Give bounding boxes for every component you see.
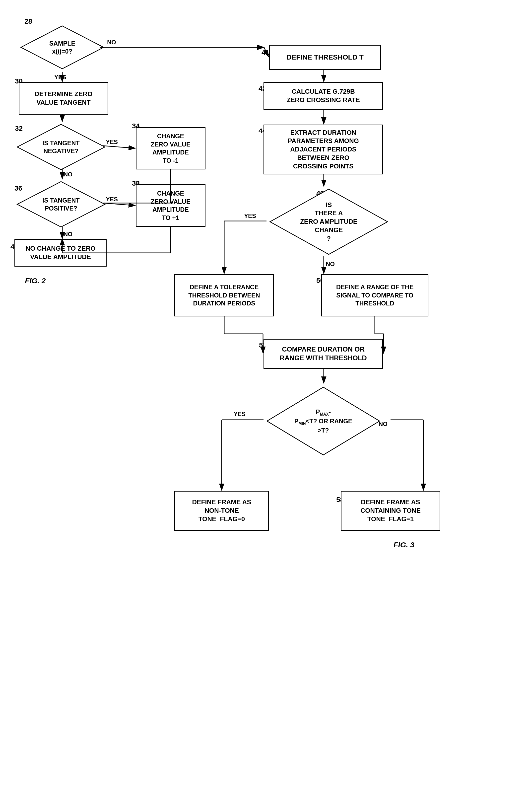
- svg-text:NO: NO: [326, 261, 335, 267]
- box-44: EXTRACT DURATIONPARAMETERS AMONGADJACENT…: [264, 125, 383, 174]
- svg-text:NO: NO: [63, 231, 73, 238]
- svg-text:YES: YES: [234, 411, 246, 417]
- diamond-36: IS TANGENTPOSITIVE?: [14, 180, 108, 229]
- svg-text:YES: YES: [54, 74, 66, 80]
- box-50: DEFINE A RANGE OF THESIGNAL TO COMPARE T…: [321, 274, 429, 316]
- svg-text:NO: NO: [63, 171, 73, 178]
- box-41: DEFINE THRESHOLD T: [269, 45, 381, 70]
- box-56: DEFINE FRAME ASNON-TONETONE_FLAG=0: [174, 491, 269, 531]
- box-48: DEFINE A TOLERANCETHRESHOLD BETWEENDURAT…: [174, 274, 274, 316]
- diamond-54: PMAX-PMIN<T? OR RANGE>T?: [264, 384, 383, 459]
- box-58: DEFINE FRAME ASCONTAINING TONETONE_FLAG=…: [341, 491, 440, 531]
- box-40: NO CHANGE TO ZEROVALUE AMPLITUDE: [15, 239, 107, 266]
- fig2-label: FIG. 2: [25, 277, 45, 285]
- diamond-46: ISTHERE AZERO AMPLITUDECHANGE?: [266, 187, 391, 257]
- diamond-28: SAMPLEx(i)=0?: [15, 22, 110, 72]
- box-30: DETERMINE ZERO VALUE TANGENT: [19, 82, 108, 115]
- box-52: COMPARE DURATION ORRANGE WITH THRESHOLD: [264, 339, 383, 369]
- box-38: CHANGEZERO VALUEAMPLITUDETO +1: [136, 184, 206, 227]
- diagram-container: 28 SAMPLEx(i)=0? 30 DETERMINE ZERO VALUE…: [0, 0, 532, 800]
- diamond-32: IS TANGENTNEGATIVE?: [14, 122, 108, 172]
- ref-41: 41: [262, 49, 269, 57]
- box-42: CALCULATE G.729BZERO CROSSING RATE: [264, 82, 383, 110]
- svg-text:YES: YES: [244, 212, 256, 219]
- box-34: CHANGEZERO VALUEAMPLITUDETO -1: [136, 127, 206, 169]
- fig3-label: FIG. 3: [394, 541, 414, 549]
